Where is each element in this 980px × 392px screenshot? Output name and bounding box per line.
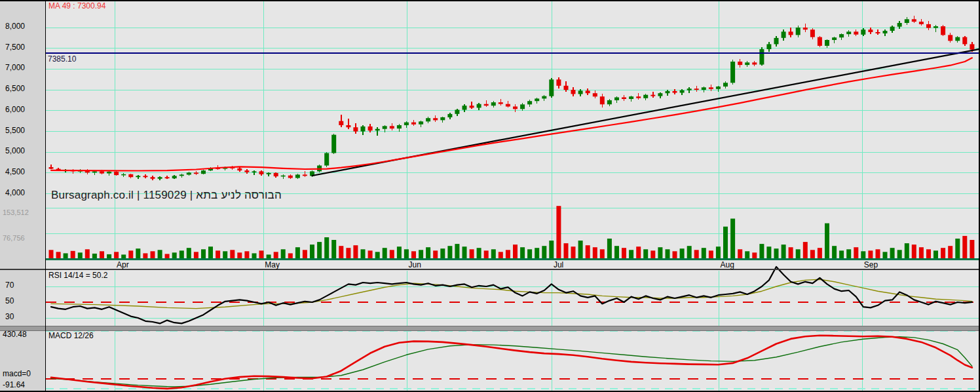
main-y-tick-label: 5,000 bbox=[5, 147, 25, 155]
main-y-tick-label: 7,500 bbox=[5, 43, 25, 52]
main-y-tick-label: 5,500 bbox=[5, 127, 25, 135]
watermark: Bursagraph.co.il | 1159029 | הבורסה לניע… bbox=[51, 191, 282, 199]
main-y-tick-label: 7,000 bbox=[5, 64, 25, 72]
main-y-tick-label: 6,500 bbox=[5, 85, 25, 93]
x-axis-month-label: Aug bbox=[721, 261, 734, 269]
rsi-panel-label: RSI 14/14 = 50.2 bbox=[48, 271, 107, 280]
macd-max-label: 430.48 bbox=[3, 330, 27, 339]
rsi-y-tick-label: 30 bbox=[5, 313, 14, 321]
main-y-tick-label: 8,000 bbox=[5, 22, 25, 31]
ma49-value-label: MA 49 : 7300.94 bbox=[48, 2, 105, 10]
ref-line-value-label: 7385.10 bbox=[48, 55, 76, 64]
x-axis-month-label: May bbox=[265, 261, 280, 269]
macd-panel-label: MACD 12/26 bbox=[48, 332, 94, 340]
x-axis-month-label: Sep bbox=[864, 261, 878, 269]
stock-chart-window: MA 49 : 7300.94 7385.10 Bursagraph.co.il… bbox=[0, 0, 980, 392]
rsi-y-tick-label: 70 bbox=[5, 281, 14, 290]
rsi-y-tick-label: 50 bbox=[5, 297, 14, 305]
macd-zero-label: macd=0 bbox=[3, 370, 31, 378]
x-axis-month-label: Jul bbox=[554, 261, 563, 269]
x-axis-month-label: Apr bbox=[117, 261, 129, 269]
main-y-tick-label: 4,500 bbox=[5, 168, 25, 176]
volume-y-tick-label: 76,756 bbox=[3, 234, 25, 243]
main-y-tick-label: 4,000 bbox=[5, 189, 25, 197]
volume-y-tick-label: 153,512 bbox=[3, 208, 29, 217]
macd-min-label: -91.64 bbox=[3, 381, 25, 389]
x-axis-month-label: Jun bbox=[409, 261, 421, 269]
main-y-tick-label: 6,000 bbox=[5, 106, 25, 114]
